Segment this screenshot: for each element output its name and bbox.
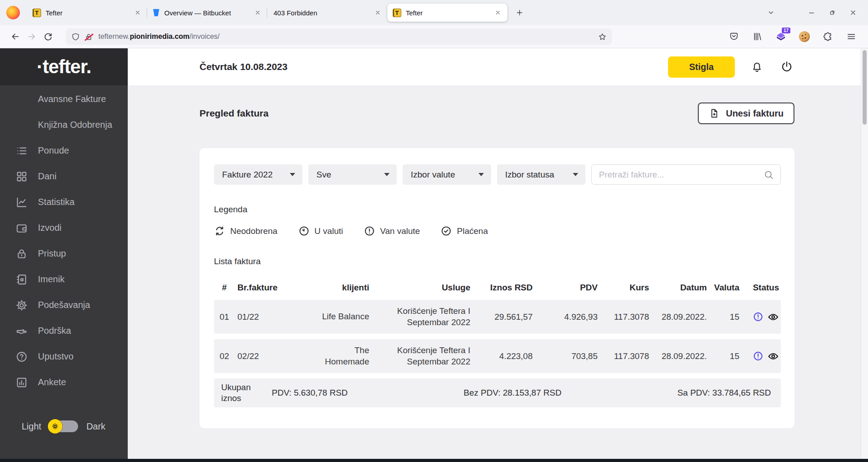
sidebar-item-podesavanja[interactable]: Podešavanja (0, 292, 128, 318)
totals-row: Ukupan iznos PDV: 5.630,78 RSD Bez PDV: … (214, 378, 781, 407)
downloads-extension-icon[interactable]: 17 (774, 30, 788, 43)
current-date: Četvrtak 10.08.2023 (200, 61, 288, 72)
year-filter-dropdown[interactable]: Fakture 2022 (214, 164, 302, 185)
reload-button[interactable] (40, 29, 56, 44)
totals-pdv: PDV: 5.630,78 RSD (272, 388, 348, 398)
theme-toggle[interactable] (49, 420, 78, 432)
table-row: 01 01/22 Life Balance Korišćenje Teftera… (214, 300, 781, 334)
status-filter-dropdown[interactable]: Izbor statusa (497, 164, 585, 185)
logo-bar: ·tefter. (0, 48, 128, 85)
sidebar-item-statistika[interactable]: Statistika (0, 189, 128, 215)
bitbucket-favicon (153, 9, 160, 16)
legend-item-van-valute: Van valute (364, 225, 420, 237)
taskbar-edge (0, 459, 868, 462)
tab-title: 403 Forbidden (274, 9, 373, 17)
legend-item-u-valuti: U valuti (298, 225, 343, 237)
invoices-card: Fakture 2022 Sve Izbor valute Izbor (200, 148, 794, 428)
tab-close-icon[interactable] (373, 8, 383, 18)
theme-light-label: Light (22, 421, 41, 432)
library-icon[interactable] (751, 30, 764, 43)
tab-close-icon[interactable] (133, 8, 143, 18)
tracking-protection-shield-icon[interactable] (71, 33, 80, 41)
type-filter-dropdown[interactable]: Sve (308, 164, 397, 185)
browser-toolbar: tefternew.pionirimedia.com/invoices/ 17 (0, 25, 868, 48)
legend-item-neodobrena: Neodobrena (214, 225, 278, 237)
page-scrollbar[interactable] (861, 48, 868, 459)
tab-tefter-active[interactable]: T Tefter (387, 4, 507, 22)
sidebar-item-pristup[interactable]: Pristup (0, 241, 128, 266)
tab-bitbucket[interactable]: Overview — Bitbucket (147, 4, 267, 22)
tab-close-icon[interactable] (253, 8, 263, 18)
notifications-bell-icon[interactable] (749, 59, 765, 75)
grid-icon (15, 170, 28, 183)
search-input[interactable] (599, 170, 763, 180)
theme-toggle-row: Light Dark (22, 420, 128, 432)
legend-item-placena: Plaćena (441, 225, 488, 237)
toolbar-extensions-area: 17 (727, 30, 858, 43)
totals-with-pdv: Sa PDV: 33.784,65 RSD (678, 388, 771, 398)
window-close-button[interactable] (843, 4, 863, 21)
bar-chart-icon (15, 376, 28, 389)
tab-tefter-1[interactable]: T Tefter (27, 4, 147, 22)
list-icon (15, 145, 28, 157)
eye-icon[interactable] (767, 311, 779, 323)
new-tab-button[interactable] (512, 5, 527, 20)
url-text: tefternew.pionirimedia.com/invoices/ (98, 33, 594, 41)
add-invoice-button[interactable]: Unesi fakturu (698, 103, 794, 124)
browser-tab-bar: T Tefter Overview — Bitbucket 403 Forbid… (0, 0, 868, 25)
eye-icon[interactable] (767, 350, 779, 362)
sidebar-item-imenik[interactable]: Imenik (0, 266, 128, 292)
address-bar[interactable]: tefternew.pionirimedia.com/invoices/ (66, 28, 612, 45)
status-exclamation-icon[interactable] (753, 312, 763, 322)
theme-dark-label: Dark (86, 421, 105, 432)
scrollbar-thumb[interactable] (863, 50, 867, 125)
tab-title: Tefter (406, 9, 493, 17)
tab-close-icon[interactable] (493, 8, 503, 18)
app-header: Četvrtak 10.08.2023 Stigla (128, 48, 868, 85)
sidebar-item-izvodi[interactable]: Izvodi (0, 215, 128, 241)
sidebar-item-dani[interactable]: Dani (0, 163, 128, 189)
sidebar-item-knjizna-odobrenja[interactable]: Knjižna Odobrenja (0, 112, 128, 138)
pocket-icon[interactable] (727, 30, 741, 43)
firefox-logo-icon[interactable] (6, 6, 20, 19)
forward-button[interactable] (23, 29, 40, 44)
help-circle-icon (15, 350, 28, 363)
insecure-lock-icon[interactable] (84, 33, 93, 41)
clock-icon (298, 225, 310, 237)
totals-label: Ukupan iznos (221, 382, 258, 404)
sidebar-item-uputstvo[interactable]: Uputstvo (0, 344, 128, 369)
totals-without-pdv: Bez PDV: 28.153,87 RSD (348, 388, 677, 398)
cookie-icon[interactable] (798, 30, 811, 43)
window-restore-button[interactable] (822, 4, 843, 21)
sidebar-item-ponude[interactable]: Ponude (0, 138, 128, 163)
page-title: Pregled faktura (200, 108, 269, 119)
stigla-button[interactable]: Stigla (668, 56, 735, 78)
sidebar-item-avansne-fakture[interactable]: Avansne Fakture (0, 86, 128, 112)
logout-power-icon[interactable] (779, 59, 794, 75)
document-plus-icon (709, 108, 719, 119)
list-all-tabs-button[interactable] (761, 4, 781, 21)
currency-filter-dropdown[interactable]: Izbor valute (403, 164, 491, 185)
menu-hamburger-icon[interactable] (845, 30, 858, 43)
tefter-favicon: T (32, 9, 41, 17)
extensions-puzzle-icon[interactable] (821, 30, 835, 43)
caret-down-icon (573, 173, 578, 176)
sidebar-menu: Avansne Fakture Knjižna Odobrenja Ponude… (0, 85, 128, 395)
sidebar-item-podrska[interactable]: Podrška (0, 318, 128, 344)
tab-title: Overview — Bitbucket (164, 9, 253, 17)
tab-title: Tefter (46, 9, 133, 17)
caret-down-icon (290, 173, 295, 176)
search-icon[interactable] (763, 169, 774, 180)
window-minimize-button[interactable] (801, 4, 822, 21)
tefter-favicon: T (393, 9, 401, 17)
bookmark-star-icon[interactable] (598, 33, 607, 41)
sidebar-item-ankete[interactable]: Ankete (0, 369, 128, 395)
wallet-icon (15, 222, 28, 234)
status-exclamation-icon[interactable] (753, 351, 763, 361)
check-circle-icon (441, 225, 452, 237)
sidebar: ·tefter. Avansne Fakture Knjižna Odobren… (0, 48, 128, 462)
support-hand-icon (15, 325, 28, 337)
tab-403-forbidden[interactable]: 403 Forbidden (267, 4, 387, 22)
lock-icon (15, 247, 28, 260)
back-button[interactable] (7, 29, 23, 44)
